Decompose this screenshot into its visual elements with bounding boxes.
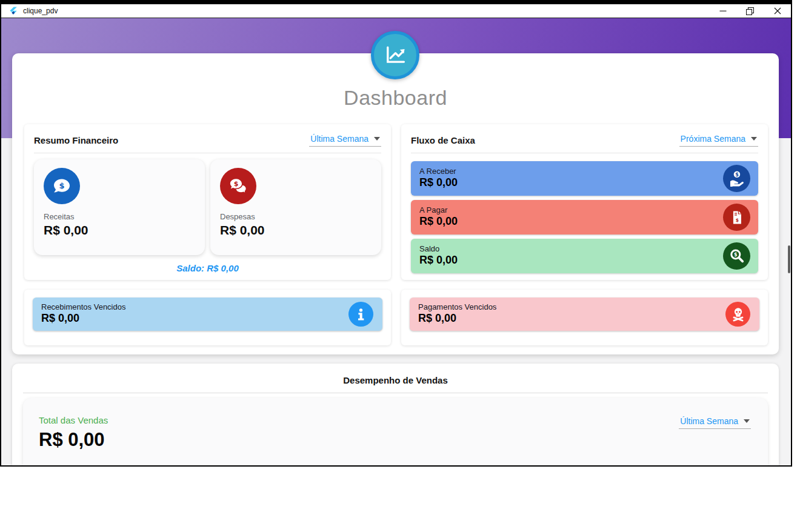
fluxo-de-caixa-panel: Fluxo de Caixa Próxima Semana A Receber … — [401, 124, 768, 280]
resumo-financeiro-panel: Resumo Financeiro Última Semana $ Receit… — [24, 124, 391, 280]
saldo-bar: Saldo R$ 0,00 $ — [411, 239, 758, 273]
pagamentos-vencidos-bar: Pagamentos Vencidos R$ 0,00 — [410, 298, 759, 331]
resumo-financeiro-title: Resumo Financeiro — [34, 135, 118, 145]
titlebar[interactable]: clique_pdv — [1, 4, 791, 18]
pagamentos-vencidos-card: Pagamentos Vencidos R$ 0,00 — [401, 290, 768, 345]
despesas-card: $ Despesas R$ 0,00 — [210, 159, 381, 255]
page-title: Dashboard — [12, 86, 779, 110]
comments-dollar-icon: $ — [220, 168, 256, 204]
vendas-period-dropdown[interactable]: Última Semana — [679, 416, 751, 429]
a-pagar-bar: A Pagar R$ 0,00 $ — [411, 200, 758, 234]
total-vendas-card: Total das Vendas R$ 0,00 Última Semana — [23, 398, 768, 465]
skull-crossbones-icon — [725, 302, 750, 327]
recebimentos-vencidos-label: Recebimentos Vencidos — [41, 302, 382, 311]
chart-line-icon — [371, 31, 419, 79]
window-border — [791, 0, 792, 467]
app-window: clique_pdv Dashboard Resumo Financeiro — [0, 0, 800, 532]
resumo-period-value: Última Semana — [310, 134, 368, 144]
a-pagar-label: A Pagar — [419, 205, 758, 214]
total-vendas-label: Total das Vendas — [39, 415, 751, 425]
receitas-label: Receitas — [44, 212, 195, 221]
chevron-down-icon — [374, 137, 380, 141]
window-title: clique_pdv — [23, 7, 58, 15]
window-border — [0, 465, 792, 467]
chevron-down-icon — [751, 137, 757, 141]
chevron-down-icon — [744, 419, 750, 423]
recebimentos-vencidos-bar: Recebimentos Vencidos R$ 0,00 — [33, 298, 382, 331]
recebimentos-vencidos-value: R$ 0,00 — [41, 312, 382, 325]
receitas-value: R$ 0,00 — [44, 223, 195, 238]
window-border — [0, 0, 792, 4]
info-circle-icon — [348, 302, 373, 327]
saldo-value: R$ 0,00 — [419, 254, 758, 267]
window-border — [0, 0, 1, 467]
resumo-saldo-text: Saldo: R$ 0,00 — [34, 263, 381, 273]
desempenho-vendas-card: Desempenho de Vendas Total das Vendas R$… — [12, 364, 779, 465]
vendas-period-value: Última Semana — [680, 416, 738, 426]
receitas-card: $ Receitas R$ 0,00 — [34, 159, 205, 255]
magnifying-glass-dollar-icon: $ — [723, 242, 750, 270]
scrollbar-thumb[interactable] — [788, 245, 790, 273]
flutter-logo-icon — [9, 7, 18, 15]
fluxo-de-caixa-title: Fluxo de Caixa — [411, 135, 475, 145]
a-receber-label: A Receber — [419, 167, 758, 176]
fluxo-period-dropdown[interactable]: Próxima Semana — [679, 134, 758, 147]
fluxo-period-value: Próxima Semana — [681, 134, 745, 144]
file-invoice-dollar-icon: $ — [723, 204, 750, 231]
a-receber-value: R$ 0,00 — [419, 176, 758, 189]
comment-dollar-icon: $ — [44, 168, 80, 204]
svg-text:$: $ — [735, 217, 738, 222]
a-receber-bar: A Receber R$ 0,00 $ — [411, 161, 758, 196]
desempenho-vendas-title: Desempenho de Vendas — [12, 375, 779, 385]
divider — [34, 153, 381, 153]
saldo-label: Saldo — [419, 244, 758, 253]
close-button[interactable] — [764, 4, 791, 18]
resumo-period-dropdown[interactable]: Última Semana — [309, 134, 381, 147]
restore-button[interactable] — [736, 4, 764, 18]
svg-text:$: $ — [59, 181, 64, 190]
divider — [411, 153, 758, 153]
recebimentos-vencidos-card: Recebimentos Vencidos R$ 0,00 — [24, 290, 391, 345]
svg-text:$: $ — [234, 180, 239, 188]
despesas-label: Despesas — [220, 212, 372, 221]
pagamentos-vencidos-label: Pagamentos Vencidos — [418, 302, 759, 311]
svg-text:$: $ — [735, 172, 739, 178]
svg-text:$: $ — [734, 252, 738, 258]
hand-holding-dollar-icon: $ — [723, 165, 750, 192]
pagamentos-vencidos-value: R$ 0,00 — [418, 312, 759, 325]
total-vendas-value: R$ 0,00 — [39, 429, 751, 451]
minimize-button[interactable] — [709, 4, 736, 18]
divider — [23, 393, 768, 393]
despesas-value: R$ 0,00 — [220, 223, 372, 238]
a-pagar-value: R$ 0,00 — [419, 215, 758, 228]
